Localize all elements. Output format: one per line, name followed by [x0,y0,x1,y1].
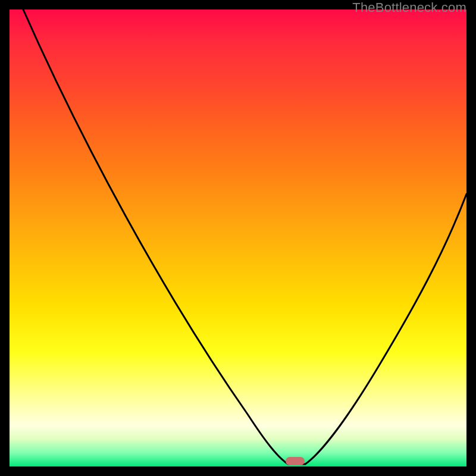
plot-area [10,10,466,466]
bottleneck-curve [10,10,466,466]
curve-path [23,10,466,464]
chart-container: TheBottleneck.com [0,0,476,476]
optimal-point-marker [286,457,305,465]
watermark-text: TheBottleneck.com [352,0,466,15]
